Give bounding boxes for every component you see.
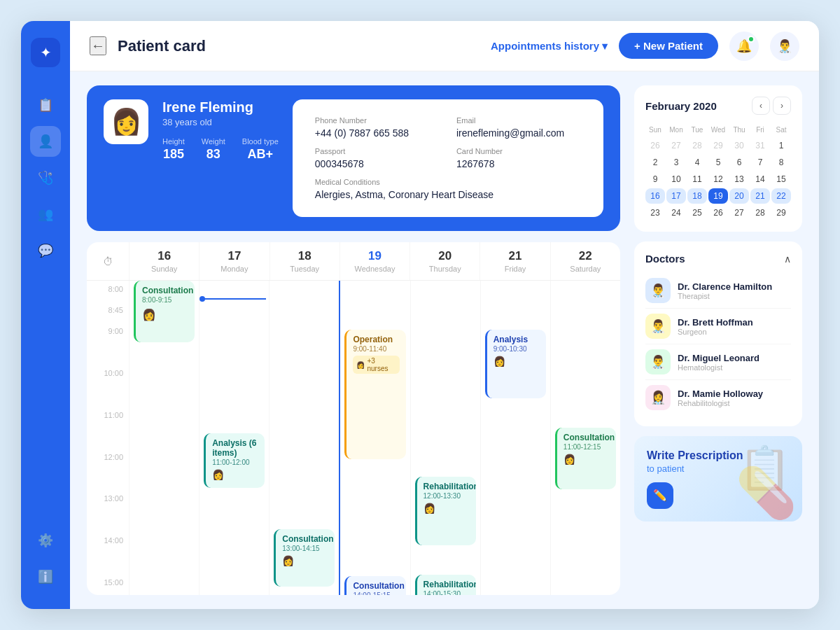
mini-day-26[interactable]: 26 [645, 138, 665, 153]
nurse-badge: 👩+3 nurses [353, 356, 399, 374]
mini-day-3[interactable]: 3 [666, 155, 686, 170]
appointments-history-label: Appointments history [491, 40, 599, 52]
prev-month-button[interactable]: ‹ [752, 97, 770, 115]
mini-day-29b[interactable]: 29 [771, 205, 791, 220]
sidebar-item-team[interactable]: 👥 [30, 199, 61, 230]
sidebar-item-settings[interactable]: ⚙️ [30, 525, 61, 556]
doctor-mamie[interactable]: 👩‍⚕️ Dr. Mamie Holloway Rehabilitologist [645, 380, 791, 415]
mini-day-4[interactable]: 4 [687, 155, 707, 170]
mini-day-10[interactable]: 10 [666, 172, 686, 187]
current-time-indicator [202, 298, 266, 300]
mini-day-15[interactable]: 15 [771, 172, 791, 187]
event-title: Consultation [282, 534, 328, 544]
sidebar-bottom: ⚙️ ℹ️ [30, 525, 61, 592]
mini-day-6[interactable]: 6 [729, 155, 749, 170]
mini-day-28[interactable]: 28 [687, 138, 707, 153]
day-col-mon: Analysis (6 items) 11:00-12:00 👩 [199, 281, 269, 595]
day-num-19: 19 [340, 249, 410, 263]
mini-day-9[interactable]: 9 [645, 172, 665, 187]
doctor-brett[interactable]: 👨‍⚕️ Dr. Brett Hoffman Surgeon [645, 309, 791, 344]
sidebar-item-clipboard[interactable]: 📋 [30, 90, 61, 120]
day-header-mon[interactable]: 17 Monday [199, 242, 269, 280]
mini-day-8[interactable]: 8 [771, 155, 791, 170]
sidebar-item-doctor[interactable]: 🩺 [30, 162, 61, 193]
doctor-clarence-info: Dr. Clarence Hamilton Therapist [678, 281, 791, 300]
mini-day-27[interactable]: 27 [666, 138, 686, 153]
day-num-17: 17 [200, 249, 269, 263]
time-1200: 12:00 [87, 449, 129, 470]
doctors-collapse-button[interactable]: ∧ [784, 253, 791, 265]
event-operation-wed[interactable]: Operation 9:00-11:40 👩+3 nurses [344, 330, 405, 459]
mini-day-20[interactable]: 20 [729, 188, 749, 204]
appointments-history-button[interactable]: Appointments history ▾ [491, 40, 608, 52]
mini-day-19[interactable]: 19 [708, 188, 728, 204]
time-header: ⏱ [87, 242, 129, 280]
day-header-sun[interactable]: 16 Sunday [129, 242, 199, 280]
day-label-tue: Tuesday [270, 265, 340, 273]
day-header-wed[interactable]: 19 Wednesday [340, 242, 410, 280]
mini-day-11[interactable]: 11 [687, 172, 707, 187]
mini-day-21[interactable]: 21 [750, 188, 770, 204]
mini-day-5[interactable]: 5 [708, 155, 728, 170]
prescription-write-button[interactable]: ✏️ [647, 482, 673, 509]
notification-button[interactable]: 🔔 [729, 31, 759, 61]
mini-day-18[interactable]: 18 [687, 188, 707, 204]
mini-day-22[interactable]: 22 [771, 188, 791, 204]
doctor-clarence-name: Dr. Clarence Hamilton [678, 281, 791, 292]
notification-dot [748, 36, 755, 43]
day-label-fri: Friday [480, 265, 550, 273]
event-time: 13:00-14:15 [282, 545, 328, 552]
doctor-avatar-icon: 👨‍⚕️ [777, 38, 792, 54]
event-title: Rehabilitation [424, 482, 470, 491]
user-profile-button[interactable]: 👨‍⚕️ [770, 31, 799, 61]
mini-day-31[interactable]: 31 [750, 138, 770, 153]
doctor-clarence-avatar: 👨‍⚕️ [645, 278, 671, 303]
card-group: Card Number 1267678 [448, 143, 589, 174]
event-consultation-sat[interactable]: Consultation 11:00-12:15 👩 [555, 428, 616, 489]
sidebar-logo: ✦ [31, 38, 60, 67]
doctor-miguel-avatar: 👨‍⚕️ [645, 349, 671, 374]
mini-day-29[interactable]: 29 [708, 138, 728, 153]
sidebar-item-info[interactable]: ℹ️ [30, 561, 61, 592]
day-header-tue[interactable]: 18 Tuesday [270, 242, 340, 280]
event-analysis-mon[interactable]: Analysis (6 items) 11:00-12:00 👩 [204, 433, 265, 488]
day-header-thu[interactable]: 20 Thursday [410, 242, 479, 280]
mini-day-26b[interactable]: 26 [708, 205, 728, 220]
mini-day-30[interactable]: 30 [729, 138, 749, 153]
event-rehabilitation-thu2[interactable]: Rehabilitation 14:00-15:30 👩 [415, 575, 476, 595]
day-col-sun: Consultation 8:00-9:15 👩 [129, 281, 199, 595]
sidebar-item-patient[interactable]: 👤 [30, 126, 61, 157]
next-month-button[interactable]: › [773, 97, 791, 115]
doctor-clarence[interactable]: 👨‍⚕️ Dr. Clarence Hamilton Therapist [645, 273, 791, 309]
mini-day-1[interactable]: 1 [771, 138, 791, 153]
event-rehabilitation-thu1[interactable]: Rehabilitation 12:00-13:30 👩 [415, 477, 476, 545]
mini-day-28[interactable]: 28 [750, 205, 770, 220]
doctor-miguel[interactable]: 👨‍⚕️ Dr. Miguel Leonard Hematologist [645, 344, 791, 380]
passport-group: Passport 000345678 [307, 143, 448, 174]
mini-day-2[interactable]: 2 [645, 155, 665, 170]
mini-day-25[interactable]: 25 [687, 205, 707, 220]
back-button[interactable]: ← [90, 36, 106, 55]
mini-day-23[interactable]: 23 [645, 205, 665, 220]
new-patient-button[interactable]: + New Patient [619, 33, 718, 59]
day-col-wed: Operation 9:00-11:40 👩+3 nurses Consulta… [339, 281, 410, 595]
mini-day-16[interactable]: 16 [645, 188, 665, 204]
mini-day-24[interactable]: 24 [666, 205, 686, 220]
sidebar: ✦ 📋 👤 🩺 👥 💬 ⚙️ ℹ️ [21, 21, 70, 609]
event-consultation-tue[interactable]: Consultation 13:00-14:15 👩 [274, 529, 335, 587]
sidebar-item-chat[interactable]: 💬 [30, 235, 61, 266]
mini-day-13[interactable]: 13 [729, 172, 749, 187]
mini-day-14[interactable]: 14 [750, 172, 770, 187]
mini-day-17[interactable]: 17 [666, 188, 686, 204]
event-consultation-sun[interactable]: Consultation 8:00-9:15 👩 [134, 281, 195, 342]
event-consultation-wed[interactable]: Consultation 14:00-15:15 👩 [344, 576, 405, 595]
day-num-20: 20 [410, 249, 479, 263]
day-header-fri[interactable]: 21 Friday [479, 242, 550, 280]
mini-calendar-nav: ‹ › [752, 97, 791, 115]
event-analysis-fri[interactable]: Analysis 9:00-10:30 👩 [485, 330, 546, 398]
doctors-title: Doctors [645, 253, 685, 265]
mini-day-7[interactable]: 7 [750, 155, 770, 170]
day-header-sat[interactable]: 22 Saturday [550, 242, 620, 280]
mini-day-27b[interactable]: 27 [729, 205, 749, 220]
mini-day-12[interactable]: 12 [708, 172, 728, 187]
